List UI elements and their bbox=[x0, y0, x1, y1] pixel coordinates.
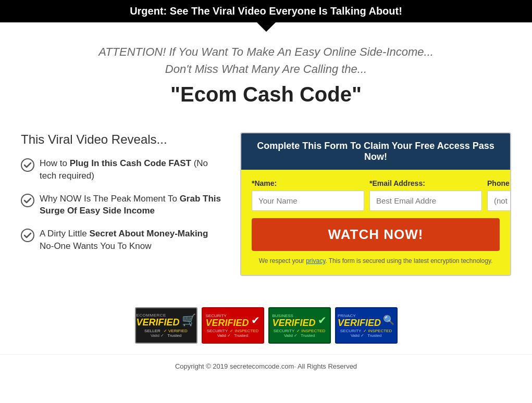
security-icon: ✔ bbox=[251, 314, 260, 326]
top-banner-text: Urgent: See The Viral Video Everyone Is … bbox=[130, 5, 402, 17]
footer: Copyright © 2019 secretecomcode.com· All… bbox=[0, 354, 532, 378]
business-verified: VERIFIED bbox=[273, 318, 316, 328]
ecommerce-verified: VERIFIED bbox=[137, 318, 180, 327]
email-field-group: *Email Address: bbox=[369, 179, 482, 211]
ecommerce-badge: eCOMMERCE VERIFIED 🛒 SELLER ✓ VERIFIED V… bbox=[135, 307, 197, 344]
headline-section: ATTENTION! If You Want To Make An Easy O… bbox=[0, 22, 532, 122]
top-banner: Urgent: See The Viral Video Everyone Is … bbox=[0, 0, 532, 22]
right-column: Complete This Form To Claim Your Free Ac… bbox=[240, 132, 511, 276]
privacy-text: We respect your privacy. This form is se… bbox=[252, 257, 500, 265]
form-fields: *Name: *Email Address: Phone: (**VIP Sta… bbox=[252, 179, 500, 211]
business-icon: ✔ bbox=[318, 314, 327, 326]
check-icon-1 bbox=[21, 158, 34, 172]
privacy-trusted: Trusted bbox=[367, 333, 381, 338]
ecommerce-trusted: Trusted bbox=[167, 333, 181, 338]
business-valid: Valid ✓ bbox=[284, 333, 298, 338]
svg-point-0 bbox=[21, 159, 34, 171]
form-header: Complete This Form To Claim Your Free Ac… bbox=[241, 133, 510, 170]
name-input[interactable] bbox=[252, 191, 364, 211]
email-input[interactable] bbox=[369, 191, 482, 211]
headline-main: "Ecom Cash Code" bbox=[21, 83, 511, 106]
left-column: This Viral Video Reveals... How to Plug … bbox=[21, 132, 225, 263]
security-security: SECURITY bbox=[207, 329, 228, 333]
form-body: *Name: *Email Address: Phone: (**VIP Sta… bbox=[241, 170, 510, 275]
bullet-text-1: How to Plug In this Cash Code FAST (No t… bbox=[40, 157, 225, 182]
business-inspected: ✓ INSPECTED bbox=[296, 329, 325, 333]
privacy-valid: Valid ✓ bbox=[351, 333, 364, 338]
form-container: Complete This Form To Claim Your Free Ac… bbox=[240, 132, 511, 276]
security-verified: VERIFIED bbox=[206, 318, 249, 328]
business-trusted: Trusted bbox=[301, 333, 315, 338]
bullet-text-2: Why NOW Is The Peak Moment To Grab This … bbox=[40, 193, 225, 218]
business-security: SECURITY bbox=[274, 329, 294, 333]
check-icon-3 bbox=[21, 229, 34, 242]
svg-point-1 bbox=[21, 194, 34, 207]
badges-section: eCOMMERCE VERIFIED 🛒 SELLER ✓ VERIFIED V… bbox=[0, 292, 532, 354]
email-label: *Email Address: bbox=[369, 179, 482, 187]
business-badge: BUSINESS VERIFIED ✔ SECURITY ✓ INSPECTED… bbox=[268, 307, 331, 344]
bullet-list: How to Plug In this Cash Code FAST (No t… bbox=[21, 157, 225, 253]
main-content: This Viral Video Reveals... How to Plug … bbox=[0, 122, 532, 292]
security-badge: SECURITY VERIFIED ✔ SECURITY ✓ INSPECTED… bbox=[202, 307, 264, 344]
privacy-icon: 🔍 bbox=[383, 314, 394, 326]
privacy-badge: PRIVACY VERIFIED 🔍 SECURITY ✓ INSPECTED … bbox=[335, 307, 398, 344]
phone-label: Phone: (**VIP Status**)* bbox=[487, 179, 511, 187]
name-label: *Name: bbox=[252, 179, 364, 187]
security-trusted: Trusted bbox=[234, 333, 248, 338]
name-field-group: *Name: bbox=[252, 179, 364, 211]
phone-field-group: Phone: (**VIP Status**)* bbox=[487, 179, 511, 211]
privacy-inspected: ✓ INSPECTED bbox=[363, 329, 392, 333]
security-inspected: ✓ INSPECTED bbox=[230, 329, 258, 333]
bullet-text-3: A Dirty Little Secret About Money-Making… bbox=[40, 228, 225, 253]
check-icon-2 bbox=[21, 194, 34, 207]
ecommerce-icon: 🛒 bbox=[182, 313, 196, 327]
headline-attention: ATTENTION! If You Want To Make An Easy O… bbox=[21, 43, 511, 78]
ecommerce-seller: SELLER bbox=[144, 329, 160, 333]
svg-point-2 bbox=[21, 229, 34, 242]
watch-now-button[interactable]: WATCH NOW! bbox=[252, 218, 500, 251]
privacy-security: SECURITY bbox=[340, 329, 361, 333]
bullet-item-1: How to Plug In this Cash Code FAST (No t… bbox=[21, 157, 225, 182]
security-valid: Valid ✓ bbox=[217, 333, 231, 338]
privacy-verified: VERIFIED bbox=[338, 318, 381, 328]
bullet-item-3: A Dirty Little Secret About Money-Making… bbox=[21, 228, 225, 253]
ecommerce-check: ✓ VERIFIED bbox=[164, 329, 188, 333]
reveals-title: This Viral Video Reveals... bbox=[21, 132, 225, 147]
privacy-link[interactable]: privacy bbox=[306, 257, 325, 265]
footer-text: Copyright © 2019 secretecomcode.com· All… bbox=[175, 362, 357, 370]
bullet-item-2: Why NOW Is The Peak Moment To Grab This … bbox=[21, 193, 225, 218]
phone-input[interactable] bbox=[487, 191, 511, 211]
ecommerce-valid: Valid ✓ bbox=[151, 333, 164, 338]
